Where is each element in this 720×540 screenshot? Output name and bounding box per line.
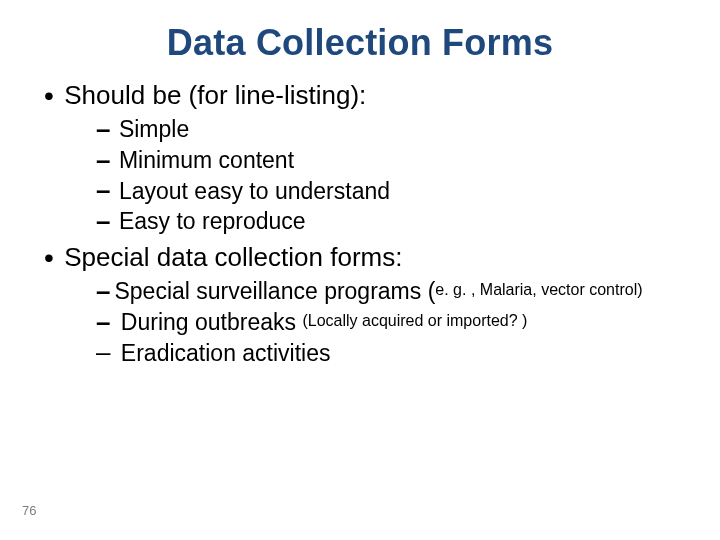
bullet-dot-icon: •: [44, 244, 54, 272]
slide-title: Data Collection Forms: [0, 22, 720, 64]
page-number: 76: [22, 503, 36, 518]
dash-icon: –: [96, 206, 110, 236]
subitem-text: Special surveillance programs (: [114, 278, 435, 304]
dash-icon: –: [96, 337, 110, 367]
subitem-small-text: (Locally acquired or imported? ): [302, 312, 527, 329]
list-item: – Simple: [96, 113, 690, 144]
dash-icon: –: [96, 175, 110, 205]
dash-icon: –: [96, 114, 110, 144]
slide-content: • Should be (for line-listing): – Simple…: [44, 80, 690, 367]
subitem-text: Eradication activities: [114, 339, 330, 365]
bullet-2-subitems: –Special surveillance programs (e. g. , …: [96, 275, 690, 367]
list-item: –Special surveillance programs (e. g. , …: [96, 275, 690, 306]
dash-icon: –: [96, 145, 110, 175]
bullet-1: • Should be (for line-listing):: [44, 80, 690, 111]
bullet-2: • Special data collection forms:: [44, 242, 690, 273]
list-item: – Easy to reproduce: [96, 205, 690, 236]
list-item: – During outbreaks (Locally acquired or …: [96, 306, 690, 337]
subitem-text: Easy to reproduce: [119, 208, 306, 234]
subitem-text: Layout easy to understand: [119, 177, 390, 203]
list-item: – Layout easy to understand: [96, 175, 690, 206]
bullet-1-text: Should be (for line-listing):: [64, 80, 366, 110]
slide: Data Collection Forms • Should be (for l…: [0, 0, 720, 540]
subitem-small-text: e. g. , Malaria, vector control): [435, 281, 642, 298]
subitem-text: Minimum content: [119, 147, 294, 173]
list-item: – Minimum content: [96, 144, 690, 175]
subitem-text: During outbreaks: [114, 309, 302, 335]
subitem-text: Simple: [119, 116, 189, 142]
list-item: – Eradication activities: [96, 337, 690, 368]
bullet-1-subitems: – Simple – Minimum content – Layout easy…: [96, 113, 690, 236]
dash-icon: –: [96, 307, 110, 337]
bullet-dot-icon: •: [44, 82, 54, 110]
dash-icon: –: [96, 276, 110, 306]
bullet-2-text: Special data collection forms:: [64, 242, 402, 272]
